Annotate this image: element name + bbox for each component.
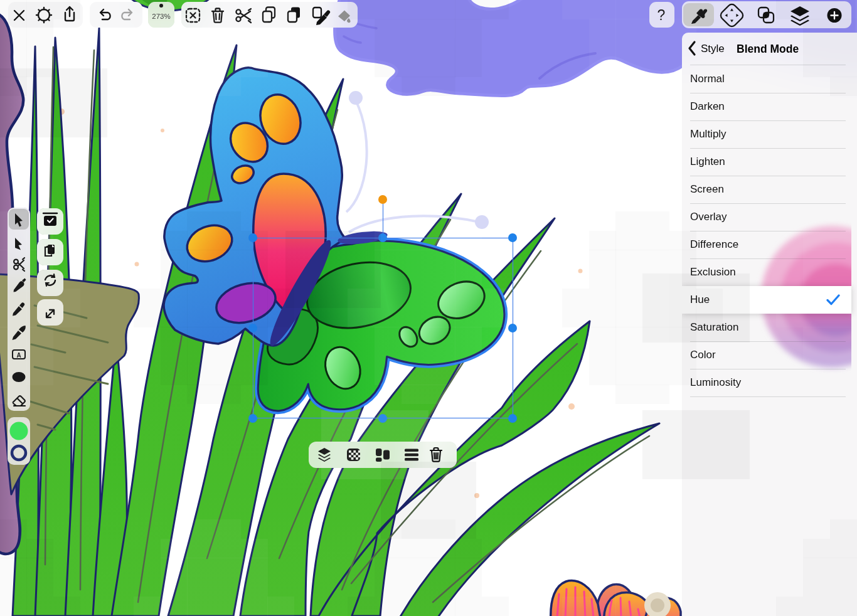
svg-text:273%: 273% [152,13,170,20]
svg-text:A: A [16,352,21,359]
svg-text:?: ? [657,7,666,23]
